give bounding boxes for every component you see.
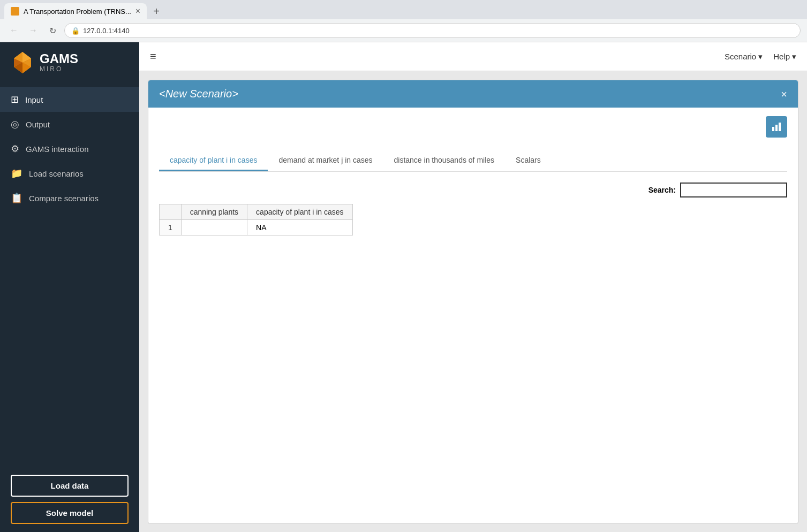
back-button[interactable]: ← xyxy=(6,23,21,38)
data-table: canning plants capacity of plant i in ca… xyxy=(159,204,353,235)
sidebar-item-label-compare: Compare scenarios xyxy=(29,194,99,203)
scenario-button[interactable]: Scenario ▾ xyxy=(725,52,763,62)
refresh-button[interactable]: ↻ xyxy=(45,23,60,38)
logo-sub: MIRO xyxy=(40,65,78,73)
tab-favicon xyxy=(11,7,19,16)
scenario-panel: <New Scenario> × xyxy=(148,80,798,524)
gams-icon: ⚙ xyxy=(11,143,19,155)
grid-icon: ⊞ xyxy=(11,94,19,105)
gams-logo-icon xyxy=(11,51,34,74)
chart-btn-area xyxy=(159,116,787,144)
svg-rect-10 xyxy=(779,123,781,131)
app-container: GAMS MIRO ⊞ Input ◎ Output ⚙ GAMS intera… xyxy=(0,42,807,532)
sidebar: GAMS MIRO ⊞ Input ◎ Output ⚙ GAMS intera… xyxy=(0,42,139,532)
help-chevron-icon: ▾ xyxy=(792,52,796,62)
tab-scalars[interactable]: Scalars xyxy=(505,150,552,171)
panel-body: capacity of plant i in cases demand at m… xyxy=(148,108,798,523)
address-bar: ← → ↻ 🔒 127.0.0.1:4140 xyxy=(0,19,807,42)
tab-close-icon[interactable]: × xyxy=(135,7,140,16)
table-body: 1 NA xyxy=(160,220,353,235)
sidebar-item-label-input: Input xyxy=(25,95,43,104)
header-right: Scenario ▾ Help ▾ xyxy=(725,52,796,62)
sidebar-item-compare-scenarios[interactable]: 📋 Compare scenarios xyxy=(0,186,139,210)
sidebar-item-input[interactable]: ⊞ Input xyxy=(0,87,139,112)
table-row: 1 NA xyxy=(160,220,353,235)
panel-close-button[interactable]: × xyxy=(781,89,787,100)
search-label: Search: xyxy=(648,186,676,194)
table-head: canning plants capacity of plant i in ca… xyxy=(160,204,353,220)
panel-title: <New Scenario> xyxy=(159,88,238,100)
main-header: ≡ Scenario ▾ Help ▾ xyxy=(139,42,807,71)
sidebar-buttons: Load data Solve model xyxy=(0,466,139,532)
tab-demand[interactable]: demand at market j in cases xyxy=(268,150,383,171)
help-label: Help xyxy=(773,52,790,61)
tab-title: A Transportation Problem (TRNS... xyxy=(24,7,131,16)
forward-button[interactable]: → xyxy=(26,23,41,38)
help-button[interactable]: Help ▾ xyxy=(773,52,796,62)
cell-capacity-value[interactable]: NA xyxy=(247,220,352,235)
logo-text-area: GAMS MIRO xyxy=(40,52,78,73)
sidebar-item-output[interactable]: ◎ Output xyxy=(0,112,139,136)
table-header-row-num xyxy=(160,204,182,220)
scenario-chevron-icon: ▾ xyxy=(758,52,763,62)
logo-text: GAMS xyxy=(40,52,78,65)
chart-button[interactable] xyxy=(766,116,787,138)
address-text: 127.0.0.1:4140 xyxy=(83,27,130,35)
svg-rect-9 xyxy=(775,125,778,131)
address-input[interactable]: 🔒 127.0.0.1:4140 xyxy=(64,23,801,38)
sidebar-item-label-load: Load scenarios xyxy=(29,169,84,178)
row-number: 1 xyxy=(160,220,182,235)
panel-tabs: capacity of plant i in cases demand at m… xyxy=(159,150,787,172)
sidebar-item-load-scenarios[interactable]: 📁 Load scenarios xyxy=(0,161,139,186)
tab-bar: A Transportation Problem (TRNS... × + xyxy=(0,0,807,19)
bar-chart-icon xyxy=(771,121,782,132)
tab-capacity[interactable]: capacity of plant i in cases xyxy=(159,150,268,171)
browser-chrome: A Transportation Problem (TRNS... × + ← … xyxy=(0,0,807,42)
cell-canning-plants[interactable] xyxy=(181,220,247,235)
lock-icon: 🔒 xyxy=(71,27,80,35)
sidebar-item-label-output: Output xyxy=(26,120,50,129)
sidebar-item-label-gams: GAMS interaction xyxy=(26,145,89,154)
scenario-label: Scenario xyxy=(725,52,756,61)
search-input[interactable] xyxy=(680,183,787,197)
sidebar-item-gams-interaction[interactable]: ⚙ GAMS interaction xyxy=(0,136,139,161)
main-area: ≡ Scenario ▾ Help ▾ <New Scenario> × xyxy=(139,42,807,532)
load-data-button[interactable]: Load data xyxy=(11,475,129,497)
folder-icon: 📁 xyxy=(11,168,22,179)
svg-rect-8 xyxy=(772,127,774,131)
panel-container: <New Scenario> × xyxy=(139,71,807,532)
panel-header: <New Scenario> × xyxy=(148,80,798,108)
sidebar-nav: ⊞ Input ◎ Output ⚙ GAMS interaction 📁 Lo… xyxy=(0,83,139,466)
table-header-canning-plants: canning plants xyxy=(181,204,247,220)
tab-distance[interactable]: distance in thousands of miles xyxy=(383,150,506,171)
compare-icon: 📋 xyxy=(11,192,22,204)
logo-area: GAMS MIRO xyxy=(0,42,139,83)
hamburger-button[interactable]: ≡ xyxy=(150,50,156,63)
solve-model-button[interactable]: Solve model xyxy=(11,502,129,524)
table-header-capacity: capacity of plant i in cases xyxy=(247,204,352,220)
active-tab[interactable]: A Transportation Problem (TRNS... × xyxy=(4,3,147,19)
output-icon: ◎ xyxy=(11,118,19,130)
new-tab-button[interactable]: + xyxy=(149,4,164,19)
table-controls: Search: xyxy=(159,183,787,197)
